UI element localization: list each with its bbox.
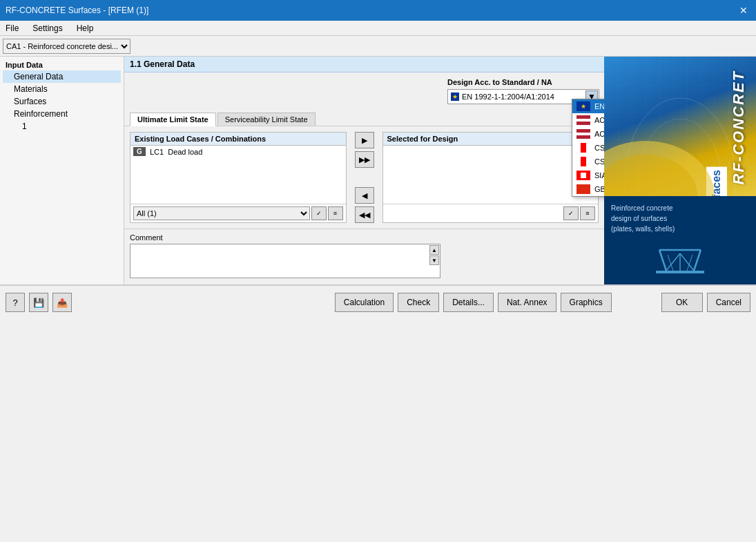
existing-load-cases-title: Existing Load Cases / Combinations	[130, 133, 346, 146]
graphics-button[interactable]: Graphics	[561, 293, 612, 312]
right-panel: Design Acc. to Standard / NA ★ EN 1992-1…	[124, 72, 604, 284]
tab-uls[interactable]: Ultimate Limit State	[130, 113, 216, 126]
svg-line-6	[659, 250, 666, 271]
dropdown-item-3[interactable]: CSA A23.3-19 Canada	[572, 141, 604, 155]
close-button[interactable]: ✕	[737, 3, 750, 17]
tree-general-data[interactable]: General Data	[3, 70, 121, 83]
menu-bar: File Settings Help	[0, 21, 756, 36]
dropdown-item-6[interactable]: GB 50010-2010 China	[572, 182, 604, 196]
selected-load-cases-content	[383, 146, 599, 204]
tree-reinforcement[interactable]: Reinforcement	[3, 108, 121, 120]
left-panel: Input Data General Data Materials Surfac…	[0, 57, 124, 284]
existing-load-cases-bottom: All (1) ✓ ≡	[130, 204, 346, 222]
existing-load-cases-panel: Existing Load Cases / Combinations G LC1…	[130, 132, 347, 223]
comment-area: Comment ▲ ▼	[124, 229, 604, 284]
case-dropdown[interactable]: CA1 - Reinforced concrete desi...	[3, 39, 130, 54]
content-main: 1.1 General Data Design Acc. to Standard…	[124, 57, 604, 284]
selected-load-cases-title: Selected for Design	[383, 133, 599, 146]
ok-button[interactable]: OK	[661, 293, 703, 312]
arrow-buttons-area: ▶ ▶▶ ◀ ◀◀	[352, 132, 377, 223]
splash-description: Reinforced concrete design of surfaces (…	[611, 203, 749, 234]
load-desc-lc1: Dead load	[168, 148, 202, 156]
footer: ? 💾 📤 Calculation Check Details... Nat. …	[0, 284, 756, 319]
tree-reinforcement-1[interactable]: 1	[3, 120, 121, 133]
load-cases-area: Existing Load Cases / Combinations G LC1…	[124, 126, 604, 229]
move-all-right-button[interactable]: ▶▶	[355, 151, 374, 168]
section-title: 1.1 General Data	[124, 57, 604, 72]
load-filter-list-icon[interactable]: ≡	[328, 206, 343, 220]
tree-input-data-label: Input Data	[3, 59, 121, 70]
move-right-button[interactable]: ▶	[355, 132, 374, 148]
menu-settings[interactable]: Settings	[30, 22, 65, 35]
menu-file[interactable]: File	[3, 22, 21, 35]
dropdown-item-5[interactable]: SIA 262:2017 Switzerland	[572, 168, 604, 182]
content-area: Input Data General Data Materials Surfac…	[0, 57, 756, 284]
tree-surfaces[interactable]: Surfaces	[3, 95, 121, 108]
comment-scroll-up[interactable]: ▲	[429, 245, 439, 255]
footer-icon-1[interactable]: ?	[6, 293, 25, 312]
design-standard-area: Design Acc. to Standard / NA ★ EN 1992-1…	[124, 72, 604, 110]
splash-panel: RF-CONCRET Surfaces Reinforced concrete …	[604, 57, 756, 284]
existing-load-cases-content: G LC1 Dead load	[130, 146, 346, 204]
comment-scroll-down[interactable]: ▼	[429, 255, 439, 265]
dropdown-item-0[interactable]: ★ EN 1992-1-1:2004/A1:2014 European Un	[572, 99, 604, 113]
move-left-button[interactable]: ◀	[355, 187, 374, 204]
splash-logo	[611, 240, 749, 278]
selected-check-icon[interactable]: ✓	[563, 206, 579, 220]
load-filter-select[interactable]: All (1)	[133, 206, 310, 220]
selected-load-cases-panel: Selected for Design ✓ ≡	[382, 132, 599, 223]
title-bar: RF-CONCRETE Surfaces - [RFEM (1)] ✕	[0, 0, 756, 21]
check-button[interactable]: Check	[398, 293, 439, 312]
svg-line-7	[694, 250, 701, 271]
calculation-button[interactable]: Calculation	[335, 293, 394, 312]
tabs-area: Ultimate Limit State Serviceability Limi…	[124, 110, 604, 126]
comment-input[interactable]	[130, 244, 440, 278]
svg-rect-5	[656, 271, 704, 273]
footer-icon-2[interactable]: 💾	[29, 293, 48, 312]
dropdown-item-2[interactable]: ACI 318-14 United States	[572, 127, 604, 141]
selected-load-cases-bottom: ✓ ≡	[383, 204, 599, 222]
nat-annex-button[interactable]: Nat. Annex	[498, 293, 556, 312]
dropdown-item-4[interactable]: CSA A23.3-14 (R2015) Canada	[572, 155, 604, 168]
design-standard-label: Design Acc. to Standard / NA	[447, 78, 599, 86]
details-button[interactable]: Details...	[443, 293, 494, 312]
footer-icon-3[interactable]: 📤	[52, 293, 72, 312]
menu-help[interactable]: Help	[74, 22, 97, 35]
comment-label: Comment	[130, 233, 599, 242]
dropdown-menu: ★ EN 1992-1-1:2004/A1:2014 European Un A…	[572, 99, 604, 197]
tree-materials[interactable]: Materials	[3, 83, 121, 95]
window-title: RF-CONCRETE Surfaces - [RFEM (1)]	[6, 6, 737, 15]
tab-sls[interactable]: Serviceability Limit State	[217, 113, 316, 126]
selected-list-icon[interactable]: ≡	[580, 206, 595, 220]
dropdown-item-1[interactable]: ACI 318-19 United States	[572, 113, 604, 127]
load-id-lc1: LC1	[150, 148, 164, 156]
move-all-left-button[interactable]: ◀◀	[355, 206, 374, 223]
load-row-lc1[interactable]: G LC1 Dead load	[130, 146, 346, 157]
top-bar: CA1 - Reinforced concrete desi...	[0, 36, 756, 57]
load-badge-g: G	[133, 147, 146, 156]
splash-image-area: RF-CONCRET Surfaces	[604, 57, 756, 196]
splash-bottom: Reinforced concrete design of surfaces (…	[604, 196, 756, 284]
load-filter-check-icon[interactable]: ✓	[311, 206, 327, 220]
cancel-button[interactable]: Cancel	[707, 293, 750, 312]
